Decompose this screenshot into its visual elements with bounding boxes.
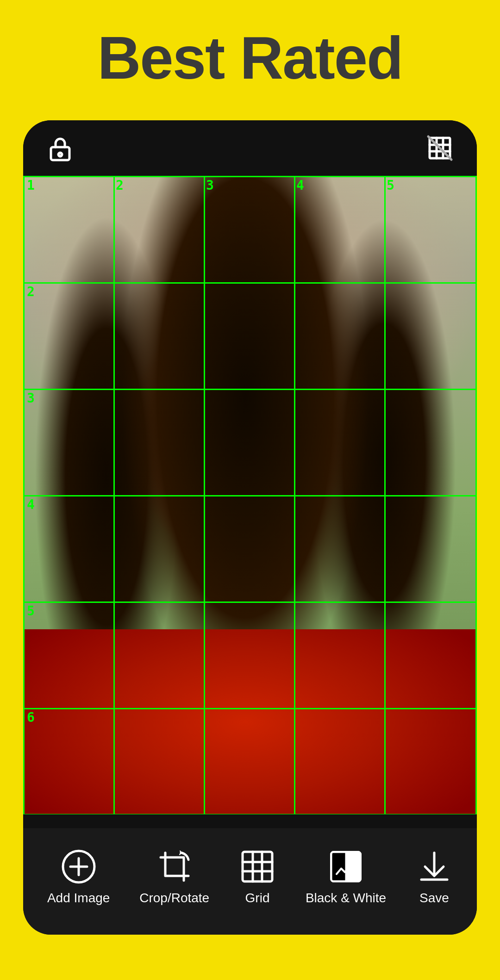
add-image-button[interactable]: Add Image	[47, 848, 110, 906]
grid-off-icon[interactable]	[421, 130, 458, 167]
svg-rect-11	[243, 852, 272, 881]
bottom-toolbar: Add Image Crop/Rotate	[23, 828, 477, 935]
svg-line-7	[428, 136, 451, 160]
add-image-icon	[60, 848, 97, 885]
save-icon	[416, 848, 453, 885]
crop-rotate-icon	[156, 848, 193, 885]
add-image-label: Add Image	[47, 891, 110, 906]
shirt-layer	[23, 629, 477, 814]
save-button[interactable]: Save	[416, 848, 453, 906]
phone-topbar	[23, 120, 477, 176]
svg-point-1	[58, 153, 62, 156]
grid-label: Grid	[245, 891, 270, 906]
save-label: Save	[419, 891, 449, 906]
crop-rotate-button[interactable]: Crop/Rotate	[139, 848, 209, 906]
grid-button[interactable]: Grid	[239, 848, 276, 906]
crop-rotate-label: Crop/Rotate	[139, 891, 209, 906]
page-title: Best Rated	[19, 28, 481, 88]
black-white-button[interactable]: Black & White	[306, 848, 386, 906]
image-area: 1 2 3 4 5 6 2 3 4 5	[23, 176, 477, 814]
header: Best Rated	[0, 0, 500, 102]
grid-icon	[239, 848, 276, 885]
black-white-icon	[327, 848, 364, 885]
photo-background	[23, 176, 477, 814]
black-white-label: Black & White	[306, 891, 386, 906]
lock-icon[interactable]	[42, 130, 79, 167]
phone-frame: 1 2 3 4 5 6 2 3 4 5 Add Ima	[23, 120, 477, 935]
